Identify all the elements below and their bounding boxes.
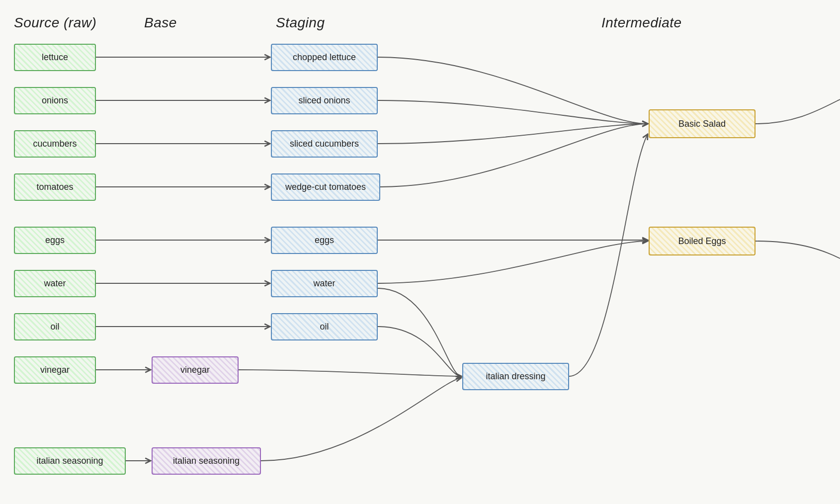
node-onions[interactable]: onions [14,87,96,114]
node-vinegar[interactable]: vinegar [14,356,96,384]
node-oil[interactable]: oil [14,313,96,340]
stg-oil[interactable]: oil [271,313,378,340]
stg-wedge-tomatoes[interactable]: wedge-cut tomatoes [271,173,380,201]
header-source: Source (raw) [14,15,96,31]
diagram: Source (raw) Base Staging Intermediate l… [0,0,840,504]
stg-chopped-lettuce[interactable]: chopped lettuce [271,44,378,71]
header-staging: Staging [276,15,325,31]
stg-sliced-onions[interactable]: sliced onions [271,87,378,114]
node-eggs[interactable]: eggs [14,227,96,254]
stg-eggs[interactable]: eggs [271,227,378,254]
node-tomatoes[interactable]: tomatoes [14,173,96,201]
node-water[interactable]: water [14,270,96,297]
node-lettuce[interactable]: lettuce [14,44,96,71]
header-intermediate: Intermediate [601,15,682,31]
base-italian-seasoning[interactable]: italian seasoning [152,447,261,475]
header-base: Base [144,15,177,31]
node-italian-seasoning[interactable]: italian seasoning [14,447,126,475]
node-cucumbers[interactable]: cucumbers [14,130,96,158]
stg-sliced-cucumbers[interactable]: sliced cucumbers [271,130,378,158]
base-vinegar[interactable]: vinegar [152,356,239,384]
stg-water[interactable]: water [271,270,378,297]
int-boiled-eggs[interactable]: Boiled Eggs [649,227,756,255]
int-basic-salad[interactable]: Basic Salad [649,109,756,138]
stg-italian-dressing[interactable]: italian dressing [462,363,569,390]
